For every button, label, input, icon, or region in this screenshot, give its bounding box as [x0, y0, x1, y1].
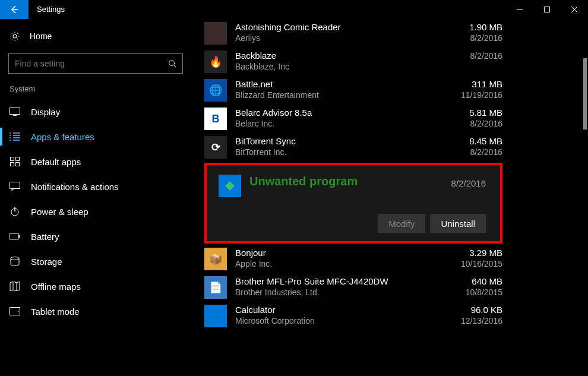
search-input[interactable] [15, 59, 168, 68]
map-icon [10, 281, 20, 292]
app-publisher: Apple Inc. [235, 258, 425, 269]
app-name: Belarc Advisor 8.5a [235, 108, 425, 118]
app-row[interactable]: 📄Brother MFL-Pro Suite MFC-J4420DWBrothe… [204, 273, 502, 302]
app-date: 8/2/2016 [425, 33, 502, 43]
uninstall-button[interactable]: Uninstall [430, 214, 486, 233]
app-row[interactable]: BBelarc Advisor 8.5aBelarc Inc.5.81 MB8/… [204, 105, 502, 133]
sidebar-item-label: Apps & features [31, 132, 94, 142]
app-name: Astonishing Comic Reader [235, 22, 425, 33]
app-publisher: Brother Industries, Ltd. [235, 287, 425, 298]
svg-rect-0 [545, 7, 550, 12]
storage-icon [10, 256, 20, 267]
app-icon: B [204, 108, 227, 130]
svg-rect-6 [16, 163, 20, 166]
sidebar-item-label: Notifications & actions [31, 182, 119, 192]
home-button[interactable]: Home [0, 24, 190, 49]
search-icon [168, 59, 176, 68]
home-label: Home [30, 31, 52, 41]
sidebar-item-offline-maps[interactable]: Offline maps [0, 274, 190, 299]
app-row[interactable]: 📦BonjourApple Inc.3.29 MB10/16/2015 [204, 245, 502, 273]
app-row[interactable]: CalculatorMicrosoft Corporation96.0 KB12… [204, 302, 502, 330]
app-icon: ⟳ [204, 136, 227, 159]
app-name: BitTorrent Sync [235, 136, 425, 147]
svg-rect-5 [11, 163, 14, 166]
app-size: 96.0 KB [425, 305, 502, 315]
sidebar-item-label: Battery [31, 232, 59, 242]
app-size: 3.29 MB [425, 248, 502, 258]
maximize-button[interactable] [533, 0, 561, 19]
svg-rect-10 [18, 235, 20, 238]
svg-point-13 [18, 311, 19, 312]
app-date: 8/2/2016 [425, 118, 502, 129]
sidebar-item-apps-features[interactable]: Apps & features [0, 124, 190, 149]
app-icon: 📦 [204, 248, 227, 270]
sidebar-item-tablet-mode[interactable]: Tablet mode [0, 299, 190, 324]
svg-rect-3 [11, 157, 14, 161]
app-row[interactable]: 🔥BackblazeBackblaze, Inc8/2/2016 [204, 48, 502, 76]
app-size: 5.81 MB [425, 108, 502, 118]
app-publisher: Aerilys [235, 33, 425, 43]
sidebar-item-display[interactable]: Display [0, 99, 190, 124]
app-date: 11/19/2016 [425, 90, 502, 100]
sidebar-item-label: Tablet mode [31, 307, 80, 317]
app-icon [219, 175, 241, 197]
selected-app-name: Unwanted program [249, 175, 451, 188]
arrow-left-icon [10, 5, 19, 14]
app-row[interactable]: ⟳BitTorrent SyncBitTorrent Inc.8.45 MB8/… [204, 133, 502, 162]
app-date: 10/16/2015 [425, 258, 502, 269]
apps-icon [10, 156, 20, 167]
battery-icon [10, 231, 20, 242]
sidebar-item-label: Default apps [31, 157, 81, 167]
close-icon [571, 7, 577, 12]
selected-app-row[interactable]: Unwanted program 8/2/2016 Modify Uninsta… [204, 163, 502, 244]
app-name: Brother MFL-Pro Suite MFC-J4420DW [235, 276, 425, 287]
sidebar-item-label: Power & sleep [31, 207, 88, 217]
selected-app-date: 8/2/2016 [451, 178, 486, 188]
sidebar-item-power-sleep[interactable]: Power & sleep [0, 199, 190, 224]
message-icon [10, 181, 20, 192]
svg-rect-4 [16, 157, 20, 161]
sidebar-item-battery[interactable]: Battery [0, 224, 190, 249]
sidebar-item-label: Display [31, 107, 60, 117]
app-publisher: Microsoft Corporation [235, 315, 425, 326]
app-size: 8.45 MB [425, 136, 502, 147]
sidebar: Home System Display Apps & features Defa… [0, 19, 190, 376]
gear-icon [10, 31, 20, 42]
close-button[interactable] [561, 0, 588, 19]
app-row[interactable]: 🌐Battle.netBlizzard Entertainment311 MB1… [204, 76, 502, 105]
svg-point-11 [11, 257, 19, 260]
minimize-button[interactable] [506, 0, 533, 19]
app-size: 640 MB [425, 276, 502, 287]
scrollbar-thumb[interactable] [583, 58, 587, 129]
modify-button[interactable]: Modify [378, 214, 425, 233]
app-date: 8/2/2016 [425, 147, 502, 157]
app-publisher: Blizzard Entertainment [235, 90, 425, 100]
tablet-icon [10, 306, 20, 317]
app-date: 10/8/2015 [425, 287, 502, 298]
search-input-wrap[interactable] [8, 53, 183, 74]
app-publisher: BitTorrent Inc. [235, 147, 425, 157]
app-name: Battle.net [235, 79, 425, 90]
app-date: 12/13/2016 [425, 315, 502, 326]
window-title: Settings [29, 0, 65, 19]
svg-point-1 [169, 61, 175, 66]
app-icon: 🌐 [204, 79, 227, 102]
app-size: 311 MB [425, 79, 502, 90]
svg-rect-9 [10, 233, 18, 239]
app-size: 1.90 MB [425, 22, 502, 33]
back-button[interactable] [0, 0, 29, 19]
power-icon [10, 206, 20, 217]
group-label: System [0, 84, 190, 99]
app-icon: 🔥 [204, 50, 227, 73]
minimize-icon [517, 7, 523, 12]
sidebar-item-storage[interactable]: Storage [0, 249, 190, 274]
sidebar-item-notifications[interactable]: Notifications & actions [0, 174, 190, 199]
app-name: Bonjour [235, 248, 425, 258]
app-publisher: Belarc Inc. [235, 118, 425, 129]
content-pane: Astonishing Comic ReaderAerilys1.90 MB8/… [190, 19, 588, 376]
app-name: Backblaze [235, 50, 425, 61]
sidebar-item-default-apps[interactable]: Default apps [0, 149, 190, 174]
monitor-icon [10, 106, 20, 117]
app-row[interactable]: Astonishing Comic ReaderAerilys1.90 MB8/… [204, 19, 502, 48]
app-icon [204, 22, 227, 45]
